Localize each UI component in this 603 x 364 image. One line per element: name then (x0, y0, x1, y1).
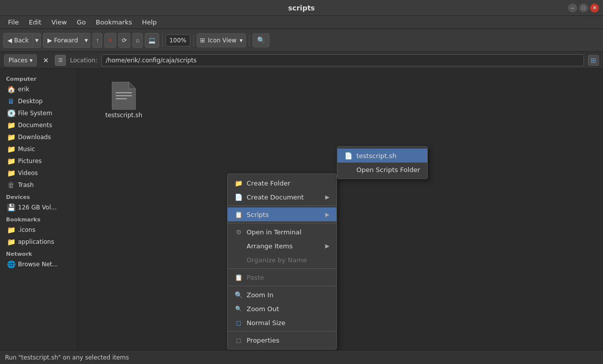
submenu-open-scripts-label: Open Scripts Folder (356, 166, 420, 174)
submenu-open-scripts-folder[interactable]: Open Scripts Folder (337, 163, 427, 177)
ctx-create-folder[interactable]: 📁 Create Folder (228, 176, 336, 190)
ctx-zoom-out[interactable]: 🔍 Zoom Out (228, 302, 336, 316)
scripts-arrow-icon: ▶ (325, 211, 329, 218)
places-chevron-icon: ▾ (29, 57, 32, 64)
sidebar-section-devices: Devices (0, 191, 77, 201)
ctx-zoom-in-label: Zoom In (247, 291, 274, 299)
ctx-zoom-out-label: Zoom Out (247, 305, 279, 313)
ctx-normal-size[interactable]: ◻ Normal Size (228, 316, 336, 330)
back-button[interactable]: ◀ Back (3, 33, 33, 48)
toolbar-separator-3 (249, 34, 250, 46)
sidebar-section-bookmarks: Bookmarks (0, 213, 77, 224)
forward-dropdown-button[interactable]: ▾ (82, 33, 90, 48)
sidebar-item-videos[interactable]: 📁 Videos (2, 167, 75, 179)
up-button[interactable]: ↑ (92, 33, 102, 48)
back-label: Back (14, 37, 28, 44)
back-chevron-icon: ▾ (35, 36, 38, 44)
terminal-icon: ⚙ (235, 228, 243, 236)
view-select[interactable]: ⊞ Icon View ▾ (197, 33, 246, 47)
submenu-testscript-label: testscript.sh (356, 152, 396, 160)
ctx-create-folder-label: Create Folder (247, 180, 291, 187)
sidebar-item-label: Downloads (18, 134, 51, 141)
sidebar-item-label: Desktop (18, 98, 43, 105)
sidebar-item-browse-network[interactable]: 🌐 Browse Net... (2, 258, 75, 270)
paste-icon: 📋 (235, 273, 243, 281)
forward-button[interactable]: ▶ Forward (43, 33, 83, 48)
view-icon: ⊞ (200, 37, 205, 44)
menu-edit[interactable]: Edit (25, 17, 45, 27)
menu-bookmarks[interactable]: Bookmarks (92, 17, 136, 27)
zoom-in-icon: 🔍 (235, 291, 243, 299)
bookmark-icon-1: 📁 (7, 226, 15, 234)
places-button[interactable]: Places ▾ (4, 54, 37, 66)
ctx-scripts[interactable]: 📋 Scripts ▶ (228, 207, 336, 221)
menu-view[interactable]: View (47, 17, 71, 27)
ctx-separator-5 (228, 331, 336, 332)
ctx-scripts-label: Scripts (247, 211, 269, 218)
menu-help[interactable]: Help (138, 17, 161, 27)
window-title: scripts (288, 4, 314, 12)
ctx-create-document-label: Create Document (247, 193, 304, 201)
sidebar-item-label: Browse Net... (18, 261, 58, 268)
sidebar-item-applications[interactable]: 📁 applications (2, 236, 75, 248)
forward-nav-group: ▶ Forward ▾ (43, 33, 90, 48)
videos-icon: 📁 (7, 169, 15, 177)
back-dropdown-button[interactable]: ▾ (33, 33, 41, 48)
sidebar-item-label: applications (18, 238, 54, 245)
documents-icon: 📁 (7, 121, 15, 129)
home-button[interactable]: ⌂ (132, 33, 143, 48)
list-icon-button[interactable]: ☰ (55, 55, 66, 66)
restore-button[interactable]: □ (579, 3, 588, 12)
file-icon-image (112, 82, 136, 110)
properties-icon: ◻ (235, 336, 243, 344)
sidebar-item-icons[interactable]: 📁 .icons (2, 224, 75, 236)
menu-file[interactable]: File (4, 17, 23, 27)
ctx-properties-label: Properties (247, 337, 280, 344)
normal-size-icon: ◻ (235, 319, 243, 327)
minimize-button[interactable]: – (568, 3, 577, 12)
organize-icon (235, 256, 243, 264)
stop-button[interactable]: ✕ (104, 33, 116, 48)
sidebar-item-erik[interactable]: 🏠 erik (2, 83, 75, 95)
sidebar-item-label: Documents (18, 122, 52, 129)
sidebar-item-filesystem[interactable]: 💽 File System (2, 107, 75, 119)
filesystem-icon: 💽 (7, 109, 15, 117)
sidebar-item-label: erik (18, 86, 29, 93)
titlebar: scripts – □ ✕ (0, 0, 603, 16)
sidebar-item-pictures[interactable]: 📁 Pictures (2, 155, 75, 167)
zoom-out-icon: 🔍 (235, 305, 243, 313)
file-icon-testscript[interactable]: testscript.sh (102, 79, 145, 122)
forward-label: Forward (54, 37, 78, 44)
home-icon: ⌂ (136, 37, 139, 44)
computer-button[interactable]: 💻 (145, 33, 159, 48)
main-content: Computer 🏠 erik 🖥 Desktop 💽 File System … (0, 69, 603, 350)
toolbar-separator-2 (193, 34, 194, 46)
search-button[interactable]: 🔍 (253, 33, 270, 47)
ctx-zoom-in[interactable]: 🔍 Zoom In (228, 288, 336, 302)
ctx-arrange-items[interactable]: Arrange Items ▶ (228, 239, 336, 253)
close-button[interactable]: ✕ (590, 3, 599, 12)
location-end-button[interactable]: ⊞ (588, 55, 599, 66)
sidebar-item-label: Music (18, 146, 35, 153)
ctx-properties[interactable]: ◻ Properties (228, 333, 336, 347)
submenu-testscript[interactable]: 📄 testscript.sh (337, 149, 427, 163)
sidebar-item-music[interactable]: 📁 Music (2, 143, 75, 155)
sidebar-item-downloads[interactable]: 📁 Downloads (2, 131, 75, 143)
ctx-separator-1 (228, 205, 336, 206)
ctx-separator-3 (228, 268, 336, 269)
location-path[interactable]: /home/erik/.config/caja/scripts (101, 54, 584, 66)
up-icon: ↑ (96, 37, 99, 44)
sidebar-section-computer: Computer (0, 73, 77, 83)
reload-icon: ⟳ (122, 37, 127, 44)
ctx-normal-size-label: Normal Size (247, 319, 286, 327)
reload-button[interactable]: ⟳ (118, 33, 130, 48)
sidebar-item-drive[interactable]: 💾 126 GB Vol... (2, 201, 75, 213)
sidebar-item-label: .icons (18, 226, 35, 233)
menu-go[interactable]: Go (73, 17, 90, 27)
ctx-open-terminal[interactable]: ⚙ Open in Terminal (228, 225, 336, 239)
ctx-create-document[interactable]: 📄 Create Document ▶ (228, 190, 336, 204)
sidebar-item-documents[interactable]: 📁 Documents (2, 119, 75, 131)
places-close-button[interactable]: ✕ (41, 55, 51, 65)
sidebar-item-trash[interactable]: 🗑 Trash (2, 179, 75, 191)
sidebar-item-desktop[interactable]: 🖥 Desktop (2, 95, 75, 107)
